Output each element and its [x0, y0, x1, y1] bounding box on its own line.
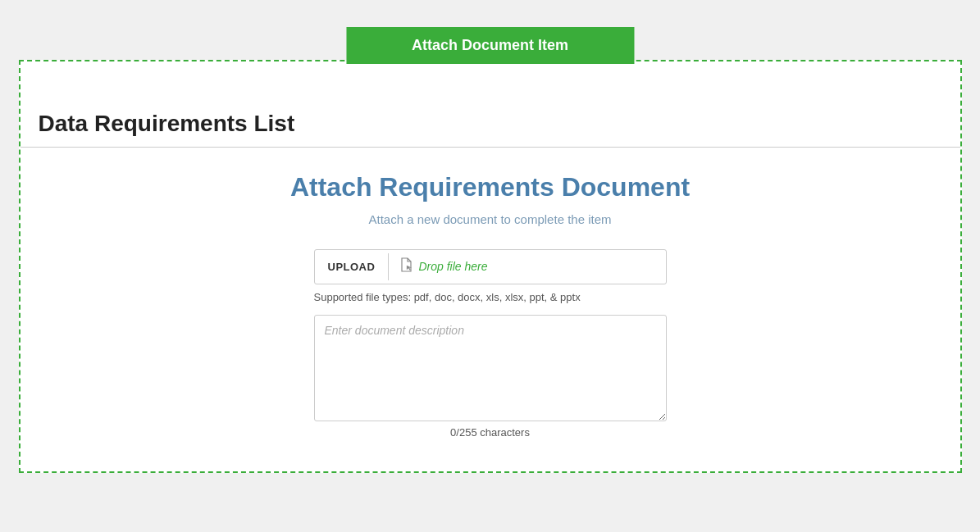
page-title-section: Data Requirements List — [21, 96, 960, 147]
attach-subtitle: Attach a new document to complete the it… — [369, 212, 612, 226]
file-icon — [400, 257, 412, 276]
attach-title: Attach Requirements Document — [290, 172, 690, 202]
modal-title: Attach Document Item — [412, 37, 568, 53]
description-textarea[interactable] — [314, 315, 667, 421]
char-count: 0/255 characters — [314, 426, 667, 439]
modal-top-offset: Data Requirements List Attach Requiremen… — [21, 96, 960, 447]
supported-types: Supported file types: pdf, doc, docx, xl… — [314, 291, 667, 303]
drop-zone[interactable]: Drop file here — [389, 250, 665, 284]
modal-header: Attach Document Item — [346, 27, 634, 64]
upload-row[interactable]: UPLOAD Drop file here — [314, 249, 667, 284]
content-section: Attach Requirements Document Attach a ne… — [21, 148, 960, 447]
upload-button[interactable]: UPLOAD — [315, 253, 390, 280]
outer-wrapper: Attach Document Item Data Requirements L… — [0, 0, 980, 532]
modal-container: Attach Document Item Data Requirements L… — [19, 60, 962, 473]
page-title: Data Requirements List — [39, 111, 942, 137]
drop-text: Drop file here — [418, 260, 487, 273]
